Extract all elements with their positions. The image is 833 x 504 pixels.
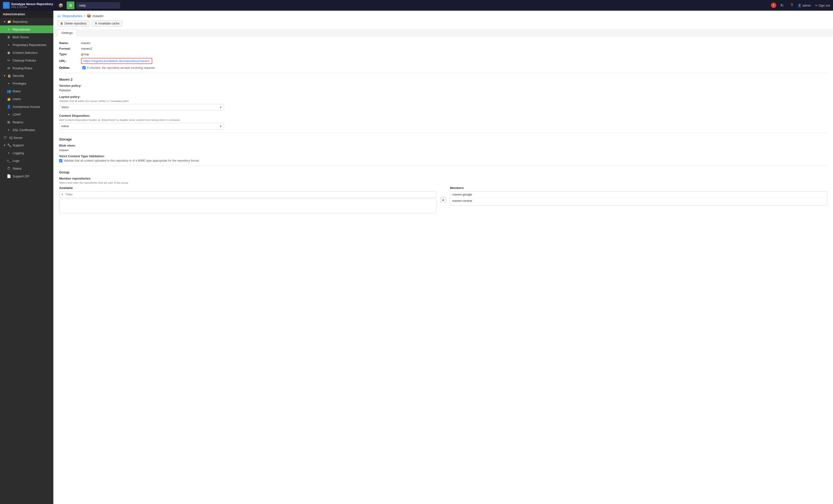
name-label: Name: [59,41,81,45]
sign-out-btn[interactable]: ↪ Sign out [815,4,830,7]
sidebar-item-privileges-label: Privileges [13,82,26,85]
sidebar-item-logging[interactable]: ▪ Logging [0,149,53,157]
admin-section-title: Administration [0,11,53,18]
help-icon[interactable]: ? [788,1,796,9]
sidebar-item-content-selectors-label: Content Selectors [13,51,38,54]
cleanup-policies-icon: ✂ [7,58,11,62]
member-repos-hint: Select and order the repositories that a… [59,181,827,184]
name-value: maven [81,41,90,45]
available-filter-input[interactable] [59,191,436,198]
move-up-btn[interactable]: ▲ [440,197,446,203]
member-item-1[interactable]: maven-central [450,198,827,204]
sidebar-item-anonymous-access[interactable]: 👤 Anonymous Access [0,103,53,110]
invalidate-cache-btn[interactable]: ⬆ Invalidate cache [92,20,123,27]
search-input[interactable] [76,2,120,8]
support-zip-icon: 📄 [7,174,11,178]
breadcrumb-current-icon: 📦 [87,14,91,18]
member-item-0[interactable]: maven-google [450,192,827,198]
strict-content-validation: Validate that all content uploaded to th… [59,159,827,162]
layout-policy-label: Layout policy: [59,95,827,99]
sidebar-item-users[interactable]: 🧑 Users [0,95,53,103]
sidebar-item-status[interactable]: ⏱ Status [0,165,53,172]
online-checkbox[interactable] [82,66,86,69]
sidebar-group-security[interactable]: ▼ 🔒 Security [0,72,53,79]
sidebar-item-logs[interactable]: >_ Logs [0,157,53,165]
delete-icon: 🗑 [61,22,63,25]
content-disposition-select[interactable]: Inline Attachment [59,123,224,129]
signout-label: Sign out [818,4,830,7]
page-header: 🗂 Repositories / 📦 maven 🗑 Delete reposi… [53,11,833,27]
gear-icon-btn[interactable]: ⚙ [67,1,74,9]
type-label: Type: [59,52,81,56]
sidebar-item-ldap[interactable]: ▪ LDAP [0,110,53,118]
sidebar-group-support[interactable]: ▼ 🔧 Support [0,142,53,149]
privileges-icon: ▪ [7,81,11,85]
app-logo: 🔷 Sonatype Nexus Repository OSS 3.72.0-0… [3,2,53,9]
layout-policy-select[interactable]: Strict Permissive [59,104,224,110]
tab-settings[interactable]: Settings [57,29,77,36]
sidebar-item-repositories-label: Repositories [13,28,30,31]
filter-input-wrap: ▼ [59,191,436,198]
sidebar-item-content-selectors[interactable]: ◉ Content Selectors [0,49,53,56]
sidebar-item-roles[interactable]: 👥 Roles [0,87,53,95]
sidebar-item-realms[interactable]: ⊞ Realms [0,118,53,126]
refresh-icon[interactable]: ↻ [778,1,786,9]
sidebar-item-anonymous-access-label: Anonymous Access [13,105,40,108]
ldap-icon: ▪ [7,112,11,116]
support-chevron-icon: ▼ [3,144,6,147]
user-label: admin [803,4,811,7]
alert-badge[interactable]: ! [771,3,776,8]
format-label: Format: [59,47,81,50]
sidebar-item-ssl-certificates[interactable]: ▪ SSL Certificates [0,126,53,134]
filter-icon: ▼ [61,193,64,196]
sidebar-item-status-label: Status [13,167,22,170]
layout-policy-hint: Validate that all paths are maven artifa… [59,100,827,102]
box-icon-btn[interactable]: 📦 [57,1,65,9]
sidebar-item-cleanup-policies[interactable]: ✂ Cleanup Policies [0,56,53,64]
members-list: maven-google maven-central [450,191,827,206]
proprietary-repos-icon: ▪ [7,43,11,47]
online-text: If checked, the repository accepts incom… [87,66,155,70]
content-disposition-select-wrapper: Inline Attachment ▼ [59,123,224,129]
invalidate-icon: ⬆ [95,22,97,25]
type-field-row: Type: group [59,52,827,56]
routing-rules-icon: ⇄ [7,66,11,70]
breadcrumb-current: maven [93,14,103,18]
url-value[interactable]: https://registry.burakberk.dev/repositor… [81,58,152,64]
sidebar-item-realms-label: Realms [13,121,23,124]
online-field-row: Online: If checked, the repository accep… [59,66,827,70]
sidebar-item-support-zip[interactable]: 📄 Support ZIP [0,172,53,180]
user-menu[interactable]: 👤 admin [798,4,811,7]
blob-stores-icon: 🖥 [7,35,11,39]
breadcrumb-parent[interactable]: Repositories [62,14,82,18]
sidebar-item-users-label: Users [13,97,21,101]
strict-content-checkbox[interactable] [59,159,62,162]
sidebar-group-label-text: Repository [13,20,28,24]
sidebar-item-proprietary-repos[interactable]: ▪ Proprietary Repositories [0,41,53,49]
sidebar-item-ssl-label: SSL Certificates [13,128,35,132]
iq-server-icon: 🛡 [3,136,7,140]
delete-repository-btn[interactable]: 🗑 Delete repository [57,20,90,27]
format-field-row: Format: maven2 [59,47,827,50]
sidebar-item-iq-server[interactable]: 🛡 IQ Server [0,134,53,142]
navbar: 🔷 Sonatype Nexus Repository OSS 3.72.0-0… [0,0,833,11]
sidebar-item-privileges[interactable]: ▪ Privileges [0,79,53,87]
sidebar-item-routing-rules[interactable]: ⇄ Routing Rules [0,64,53,72]
app-body: Administration ▼ 📁 Repository ▪ Reposito… [0,11,833,504]
form-area: Name: maven Format: maven2 Type: group U… [53,36,833,218]
sidebar-item-routing-rules-label: Routing Rules [13,67,32,70]
sidebar-group-security-label: Security [13,74,24,78]
realms-icon: ⊞ [7,120,11,124]
sidebar-item-iq-server-label: IQ Server [9,136,23,140]
sidebar-item-blob-stores[interactable]: 🖥 Blob Stores [0,33,53,41]
members-col: Members maven-google maven-central [450,186,827,213]
online-label: Online: [59,66,81,70]
sidebar-item-repositories[interactable]: ▪ Repositories [0,25,53,33]
user-icon: 👤 [798,4,802,7]
tabs-bar: Settings [53,29,833,36]
anonymous-access-icon: 👤 [7,105,11,108]
member-repos-area: Available ▼ ▲ Members maven-google [59,186,827,213]
sidebar-group-repository[interactable]: ▼ 📁 Repository [0,18,53,25]
signout-icon: ↪ [815,4,817,7]
format-value: maven2 [81,47,92,50]
